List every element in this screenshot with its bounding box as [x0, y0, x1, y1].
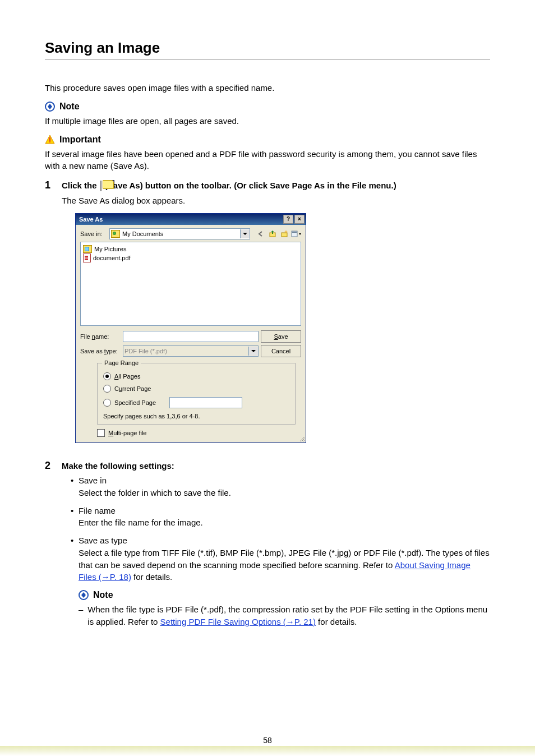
note-icon [45, 102, 55, 112]
bullet-save-as-type: Save as type Select a file type from TIF… [79, 534, 490, 583]
checkbox-label: Multi-page file [108, 430, 147, 436]
step-1-text-post: (Save As) button on the toolbar. (Or cli… [105, 181, 396, 190]
bullet-title: Save as type [79, 534, 490, 547]
bullet-save-in: Save in Select the folder in which to sa… [79, 474, 490, 499]
save-as-toolbar-icon [100, 181, 102, 191]
specified-page-input[interactable] [169, 397, 242, 408]
help-button[interactable]: ? [283, 215, 293, 224]
note-label: Note [93, 590, 113, 600]
page-range-legend: Page Range [102, 359, 141, 366]
dialog-title: Save As [79, 216, 103, 223]
note-text: If multiple image files are open, all pa… [45, 115, 490, 127]
step-number: 1 [45, 179, 55, 449]
file-name-input[interactable] [123, 331, 259, 342]
radio-icon [103, 385, 111, 393]
radio-label: All Pages [114, 373, 140, 380]
cancel-button[interactable]: Cancel [261, 345, 301, 357]
file-item-label: My Pictures [94, 245, 126, 253]
bullet-title: Save in [79, 474, 490, 487]
radio-icon [103, 399, 111, 407]
radio-icon [103, 372, 111, 380]
note-icon [79, 590, 89, 600]
resize-handle-icon[interactable] [298, 435, 305, 442]
sub-note-text: When the file type is PDF File (*.pdf), … [87, 603, 490, 628]
save-as-type-value: PDF File (*.pdf) [124, 348, 167, 354]
save-as-type-combo[interactable]: PDF File (*.pdf) [123, 345, 259, 357]
up-one-level-icon[interactable] [268, 229, 278, 239]
important-text: If several image files have been opened … [45, 148, 490, 172]
step-1: 1 Click the (Save As) button on the tool… [45, 179, 490, 449]
svg-rect-6 [282, 233, 287, 237]
note-heading: Note [45, 102, 490, 112]
radio-label: Specified Page [114, 399, 166, 406]
file-item-document-pdf[interactable]: document.pdf [83, 253, 298, 262]
pictures-folder-icon [83, 245, 92, 253]
file-item-my-pictures[interactable]: My Pictures [83, 245, 298, 253]
save-as-dialog: Save As ? × Save in: My Documents [75, 213, 306, 443]
radio-all-pages[interactable]: All Pages [103, 372, 289, 380]
page-title: Saving an Image [45, 39, 490, 57]
multi-page-checkbox-row[interactable]: Multi-page file [97, 429, 301, 437]
step-number: 2 [45, 460, 55, 628]
bullet-body: Enter the file name for the image. [79, 517, 490, 529]
link-setting-pdf-saving-options[interactable]: Setting PDF File Saving Options (→P. 21) [160, 617, 316, 626]
save-in-combo[interactable]: My Documents [109, 228, 250, 239]
intro-text: This procedure saves open image files wi… [45, 82, 490, 94]
bullet-title: File name [79, 505, 490, 517]
footer-bar [0, 746, 535, 756]
dropdown-arrow-icon[interactable] [240, 229, 250, 238]
page-range-hint: Specify pages such as 1,3,6 or 4-8. [103, 413, 289, 420]
file-list-area[interactable]: My Pictures document.pdf [80, 242, 301, 326]
svg-rect-4 [49, 141, 50, 142]
sub-note-heading: Note [79, 590, 490, 600]
page-number: 58 [0, 736, 535, 745]
sub-note: – When the file type is PDF File (*.pdf)… [79, 603, 490, 628]
view-menu-icon[interactable] [291, 229, 301, 239]
important-icon [45, 135, 55, 145]
page-range-group: Page Range All Pages Current Page Specif… [97, 363, 296, 425]
note-label: Note [59, 102, 80, 112]
save-as-type-label: Save as type: [80, 348, 121, 354]
step-1-sub: The Save As dialog box appears. [62, 196, 490, 205]
step-2-main: Make the following settings: [62, 460, 490, 473]
file-name-label: File name: [80, 333, 121, 340]
back-icon[interactable] [256, 229, 266, 239]
close-button[interactable]: × [294, 215, 305, 224]
checkbox-icon [97, 429, 105, 437]
radio-label: Current Page [114, 385, 151, 392]
important-heading: Important [45, 135, 490, 145]
folder-icon [111, 230, 120, 238]
title-rule [45, 59, 490, 59]
file-item-label: document.pdf [93, 253, 131, 262]
pdf-file-icon [83, 253, 91, 262]
svg-rect-3 [49, 137, 50, 141]
bullet-body: Select a file type from TIFF File (*.tif… [79, 547, 490, 583]
step-1-text-pre: Click the [62, 181, 99, 190]
svg-rect-10 [292, 232, 297, 233]
radio-current-page[interactable]: Current Page [103, 385, 289, 393]
dash: – [79, 603, 83, 628]
important-label: Important [59, 135, 101, 145]
save-in-value: My Documents [122, 231, 163, 237]
save-in-label: Save in: [80, 231, 107, 237]
bullet-file-name: File name Enter the file name for the im… [79, 505, 490, 529]
radio-specified-page[interactable]: Specified Page [103, 397, 289, 408]
save-button[interactable]: Save [261, 330, 301, 343]
step-2: 2 Make the following settings: Save in S… [45, 460, 490, 628]
dropdown-arrow-icon[interactable] [248, 347, 258, 356]
bullet-body: Select the folder in which to save the f… [79, 487, 490, 499]
new-folder-icon[interactable] [279, 229, 289, 239]
dialog-titlebar: Save As ? × [76, 214, 306, 225]
svg-line-13 [303, 440, 305, 441]
